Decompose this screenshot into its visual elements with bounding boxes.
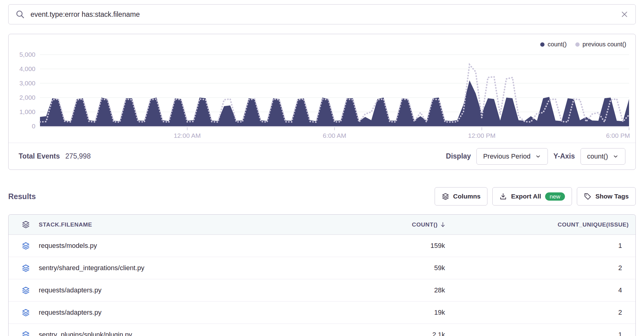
row-filename-cell[interactable]: requests/models.py [9,242,342,250]
column-header-label: STACK.FILENAME [39,221,92,228]
y-tick-label: 4,000 [19,65,35,72]
y-tick-label: 1,000 [19,108,35,115]
x-tick-label: 6:00 AM [323,132,346,139]
row-count: 19k [342,309,446,316]
results-bar: Results Columns Export All new [8,187,636,206]
events-chart-panel: count() previous count() 01,0002,0003,00… [8,34,636,170]
results-table: STACK.FILENAME COUNT() COUNT_UNIQUE(ISSU… [8,214,636,336]
column-header-count-unique[interactable]: COUNT_UNIQUE(ISSUE) [446,221,635,228]
row-filename: sentry/shared_integrations/client.py [39,264,144,272]
chart-footer: Total Events 275,998 Display Previous Pe… [9,143,635,170]
layers-icon[interactable] [22,309,30,317]
row-filename-cell[interactable]: requests/adapters.py [9,309,342,317]
row-filename: requests/models.py [39,242,97,250]
columns-button-label: Columns [453,193,481,200]
total-events-label: Total Events [19,152,60,160]
search-bar[interactable] [8,4,636,24]
yaxis-label: Y-Axis [553,152,575,160]
table-row[interactable]: requests/adapters.py 19k 2 [9,302,635,324]
chevron-down-icon [613,153,619,159]
search-icon [16,10,25,19]
column-header-count[interactable]: COUNT() [342,221,446,228]
table-body: requests/models.py 159k 1 sentry/shared_… [9,235,635,336]
layers-icon[interactable] [22,286,30,295]
export-all-button-label: Export All [511,193,541,200]
table-row[interactable]: requests/models.py 159k 1 [9,235,635,257]
display-label: Display [446,152,471,160]
new-badge: new [545,192,565,201]
legend-label-previous-count: previous count() [583,41,626,48]
legend-item-count[interactable]: count() [540,41,566,48]
table-row[interactable]: sentry/shared_integrations/client.py 59k… [9,257,635,279]
row-filename-cell[interactable]: requests/adapters.py [9,286,342,295]
x-tick-label: 12:00 AM [174,132,201,139]
layers-icon [442,193,449,200]
row-count-unique: 2 [446,309,635,316]
row-count: 2.1k [342,331,446,336]
yaxis-select-value: count() [587,152,608,160]
show-tags-button[interactable]: Show Tags [577,187,636,206]
row-count: 159k [342,242,446,250]
layers-icon [22,220,30,229]
total-events-value: 275,998 [65,152,91,160]
row-count: 28k [342,286,446,294]
y-tick-label: 2,000 [19,94,35,101]
y-tick-label: 3,000 [19,80,35,87]
yaxis-select[interactable]: count() [581,148,625,165]
column-header-stack-filename[interactable]: STACK.FILENAME [9,220,342,229]
chevron-down-icon [535,153,541,159]
display-select-value: Previous Period [483,152,530,160]
display-select[interactable]: Previous Period [476,148,548,165]
layers-icon[interactable] [22,331,30,336]
search-input[interactable] [31,10,615,19]
count-series-area [40,80,629,126]
table-row[interactable]: sentry_plugins/splunk/plugin.py 2.1k 1 [9,324,635,336]
table-header: STACK.FILENAME COUNT() COUNT_UNIQUE(ISSU… [9,215,635,235]
legend-label-count: count() [548,41,566,48]
events-chart[interactable]: 01,0002,0003,0004,0005,00012:00 AM6:00 A… [9,34,635,143]
row-count: 59k [342,264,446,272]
y-tick-label: 5,000 [19,51,35,58]
table-row[interactable]: requests/adapters.py 28k 4 [9,279,635,302]
tag-icon [584,193,592,200]
y-tick-label: 0 [32,123,35,130]
legend-dot-previous-count [575,42,580,47]
legend-dot-count [540,42,545,47]
layers-icon[interactable] [22,264,30,272]
row-filename-cell[interactable]: sentry_plugins/splunk/plugin.py [9,331,342,336]
clear-search-icon[interactable] [620,10,628,18]
x-tick-label: 12:00 PM [468,132,496,139]
column-header-label: COUNT() [412,221,438,228]
row-filename: sentry_plugins/splunk/plugin.py [39,331,132,336]
row-filename-cell[interactable]: sentry/shared_integrations/client.py [9,264,342,272]
row-filename: requests/adapters.py [39,309,101,316]
chart-legend: count() previous count() [540,41,626,48]
row-filename: requests/adapters.py [39,286,101,294]
layers-icon[interactable] [22,242,30,250]
results-title: Results [8,192,36,201]
row-count-unique: 4 [446,286,635,294]
export-all-button[interactable]: Export All new [492,187,572,206]
download-icon [499,193,507,200]
sort-desc-icon [440,221,446,228]
show-tags-button-label: Show Tags [595,193,629,200]
row-count-unique: 1 [446,242,635,250]
row-count-unique: 1 [446,331,635,336]
legend-item-previous-count[interactable]: previous count() [575,41,626,48]
row-count-unique: 2 [446,264,635,272]
column-header-label: COUNT_UNIQUE(ISSUE) [558,221,629,228]
x-tick-label: 6:00 PM [606,132,630,139]
columns-button[interactable]: Columns [435,187,488,206]
